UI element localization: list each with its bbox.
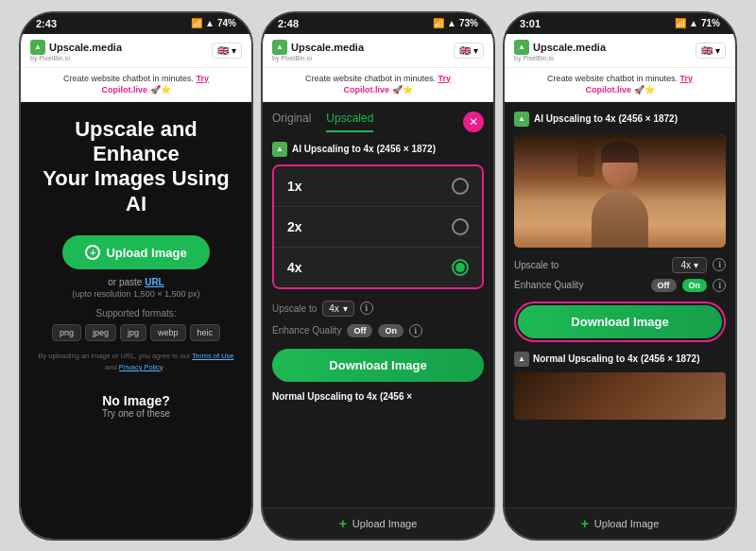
banner-try-3[interactable]: Try xyxy=(680,74,694,83)
flag-btn-2[interactable]: 🇬🇧 ▾ xyxy=(454,43,484,59)
p3-enhance-off[interactable]: Off xyxy=(651,279,677,292)
info-icon-enhance-2[interactable]: ℹ xyxy=(409,324,422,337)
banner-link-2[interactable]: Copilot.live xyxy=(343,85,389,95)
phone2-main: Original Upscaled ✕ ▲ AI Upscaling to 4x… xyxy=(263,102,493,539)
logo-sub-2: by PixelBin.io xyxy=(272,55,364,61)
format-jpeg: jpeg xyxy=(85,324,116,341)
enhance-row-2: Enhance Quality Off On ℹ xyxy=(272,324,484,337)
close-button-2[interactable]: ✕ xyxy=(463,112,484,132)
nav-bar-3: ▲ Upscale.media by PixelBin.io 🇬🇧 ▾ xyxy=(505,34,735,68)
logo-sub-3: by PixelBin.io xyxy=(514,55,606,61)
supported-formats-label-1: Supported formats: xyxy=(95,308,176,319)
radio-2x[interactable] xyxy=(452,218,469,235)
banner-2: Create website chatbot in minutes. Try C… xyxy=(263,68,493,102)
battery-3: 71% xyxy=(701,18,720,28)
p3-enhance-label: Enhance Quality xyxy=(514,280,645,290)
info-icon-p3-upscale[interactable]: ℹ xyxy=(713,258,726,271)
p3-normal-icon: ▲ xyxy=(514,352,529,367)
p3-upscale-select[interactable]: 4x ▾ xyxy=(672,257,707,273)
logo-3: ▲ Upscale.media by PixelBin.io xyxy=(514,40,606,61)
scale-option-4x[interactable]: 4x xyxy=(274,248,482,287)
screen-3: ▲ Upscale.media by PixelBin.io 🇬🇧 ▾ Crea… xyxy=(505,34,735,539)
banner-link-3[interactable]: Copilot.live xyxy=(585,85,631,95)
status-bar-1: 2:43 📶 ▲ 74% xyxy=(21,13,251,34)
main-heading-1: Upscale and Enhance Your Images Using AI xyxy=(32,117,240,217)
info-icon-upscale-2[interactable]: ℹ xyxy=(360,301,373,315)
info-icon-p3-enhance[interactable]: ℹ xyxy=(713,279,726,292)
privacy-link-1[interactable]: Privacy Policy xyxy=(119,363,163,371)
logo-2: ▲ Upscale.media by PixelBin.io xyxy=(272,40,364,61)
brand-1: ▲ Upscale.media xyxy=(30,40,122,55)
radio-inner-4x xyxy=(455,263,465,272)
phone1-main: Upscale and Enhance Your Images Using AI… xyxy=(21,102,251,539)
download-button-2[interactable]: Download Image xyxy=(272,349,484,382)
enhance-off-2[interactable]: Off xyxy=(347,324,372,337)
p3-bottom-image-preview xyxy=(514,372,726,420)
flag-icon-2: 🇬🇧 xyxy=(459,45,471,56)
p3-header-row: ▲ AI Upscaling to 4x (2456 × 1872) xyxy=(514,112,726,127)
nav-bar-2: ▲ Upscale.media by PixelBin.io 🇬🇧 ▾ xyxy=(263,34,493,68)
battery-1: 74% xyxy=(217,18,236,28)
brand-3: ▲ Upscale.media xyxy=(514,40,606,55)
phone-1: 2:43 📶 ▲ 74% ▲ Upscale.media by PixelBin… xyxy=(19,11,253,541)
signal-icon-1: 📶 xyxy=(191,18,202,28)
terms-link-1[interactable]: Terms of Use xyxy=(192,352,233,360)
resolution-hint-1: (upto resolution 1,500 × 1,500 px) xyxy=(73,289,200,299)
battery-2: 73% xyxy=(459,18,478,28)
flag-btn-1[interactable]: 🇬🇧 ▾ xyxy=(212,43,242,59)
wifi-icon-3: ▲ xyxy=(689,18,698,28)
wifi-icon-2: ▲ xyxy=(447,18,456,28)
format-heic: heic xyxy=(190,324,221,341)
p3-upscale-title: AI Upscaling to 4x (2456 × 1872) xyxy=(534,113,726,124)
upscale-to-label-2: Upscale to xyxy=(272,303,317,314)
download-button-3[interactable]: Download Image xyxy=(518,305,722,338)
p3-portrait-image xyxy=(514,134,726,248)
banner-try-1[interactable]: Try xyxy=(197,74,210,83)
upload-button-1[interactable]: + Upload Image xyxy=(62,235,209,269)
status-icons-3: 📶 ▲ 71% xyxy=(675,18,720,28)
upscale-label-2: AI Upscaling to 4x (2456 × 1872) xyxy=(292,144,436,154)
signal-icon-2: 📶 xyxy=(433,18,444,28)
enhance-on-2[interactable]: On xyxy=(378,324,404,337)
phone-3: 3:01 📶 ▲ 71% ▲ Upscale.media by PixelBin… xyxy=(503,11,737,541)
phone3-main: ▲ AI Upscaling to 4x (2456 × 1872) Upsca… xyxy=(505,102,735,539)
status-icons-1: 📶 ▲ 74% xyxy=(191,18,236,28)
banner-try-2[interactable]: Try xyxy=(438,74,452,83)
format-png: png xyxy=(52,324,81,341)
screen-1: ▲ Upscale.media by PixelBin.io 🇬🇧 ▾ Crea… xyxy=(21,34,251,539)
upscale-label-icon-2: ▲ xyxy=(272,142,287,157)
banner-1: Create website chatbot in minutes. Try C… xyxy=(21,68,251,102)
p3-upscale-icon: ▲ xyxy=(514,112,529,127)
tab-upscaled-2[interactable]: Upscaled xyxy=(326,112,373,132)
p3-download-btn-wrap: Download Image xyxy=(514,301,726,342)
radio-4x[interactable] xyxy=(452,259,469,276)
p3-enhance-on[interactable]: On xyxy=(682,279,708,292)
banner-link-1[interactable]: Copilot.live xyxy=(101,85,147,95)
status-icons-2: 📶 ▲ 73% xyxy=(433,18,478,28)
format-jpg: jpg xyxy=(120,324,146,341)
format-webp: webp xyxy=(150,324,186,341)
p3-upscale-row: Upscale to 4x ▾ ℹ xyxy=(514,257,726,273)
format-tags-1: png jpeg jpg webp heic xyxy=(52,324,220,341)
screen-2: ▲ Upscale.media by PixelBin.io 🇬🇧 ▾ Crea… xyxy=(263,34,493,539)
upscale-label-row-2: ▲ AI Upscaling to 4x (2456 × 1872) xyxy=(272,142,484,157)
normal-upscale-label-2: Normal Upscaling to 4x (2456 × xyxy=(272,391,484,402)
radio-1x[interactable] xyxy=(452,178,469,195)
logo-icon-1: ▲ xyxy=(30,40,45,55)
tab-original-2[interactable]: Original xyxy=(272,112,311,132)
p3-upscale-to-label: Upscale to xyxy=(514,260,666,270)
scale-option-1x[interactable]: 1x xyxy=(274,166,482,207)
try-one-text-1: Try one of these xyxy=(102,408,170,419)
enhance-label-2: Enhance Quality xyxy=(272,325,341,336)
upscale-to-row-2: Upscale to 4x ▾ ℹ xyxy=(272,301,484,317)
bottom-upload-bar-3: + Upload Image xyxy=(505,508,735,539)
url-link-1[interactable]: URL xyxy=(145,277,164,287)
terms-text-1: By uploading an image or URL, you agree … xyxy=(32,351,240,372)
p3-enhance-row: Enhance Quality Off On ℹ xyxy=(514,279,726,292)
time-2: 2:48 xyxy=(278,18,299,29)
upscale-select-2[interactable]: 4x ▾ xyxy=(322,301,354,317)
scale-option-2x[interactable]: 2x xyxy=(274,207,482,248)
upload-icon-1: + xyxy=(85,245,100,260)
flag-btn-3[interactable]: 🇬🇧 ▾ xyxy=(696,43,726,59)
no-image-title-1: No Image? xyxy=(102,393,170,408)
